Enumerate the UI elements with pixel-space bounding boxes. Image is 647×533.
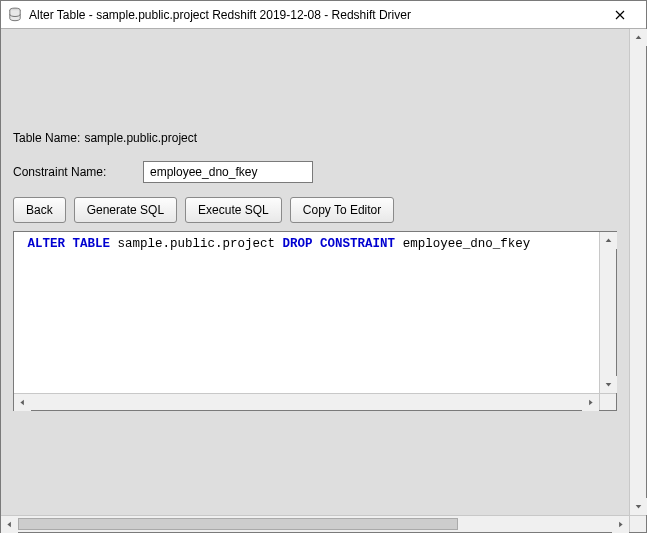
- scroll-down-icon[interactable]: [630, 498, 647, 515]
- close-button[interactable]: [600, 1, 640, 28]
- scroll-up-icon[interactable]: [630, 29, 647, 46]
- outer-horizontal-track[interactable]: [18, 516, 612, 532]
- sql-object: sample.public.project: [118, 237, 276, 251]
- sql-keyword-alter-table: ALTER TABLE: [28, 237, 111, 251]
- button-row: Back Generate SQL Execute SQL Copy To Ed…: [13, 197, 617, 223]
- scroll-left-icon[interactable]: [14, 394, 31, 411]
- table-name-row: Table Name: sample.public.project: [13, 131, 617, 145]
- copy-to-editor-button[interactable]: Copy To Editor: [290, 197, 395, 223]
- back-button[interactable]: Back: [13, 197, 66, 223]
- table-name-label: Table Name:: [13, 131, 80, 145]
- constraint-name-input[interactable]: [143, 161, 313, 183]
- database-icon: [7, 7, 23, 23]
- window-title: Alter Table - sample.public.project Reds…: [29, 8, 600, 22]
- sql-editor[interactable]: ALTER TABLE sample.public.project DROP C…: [13, 231, 617, 411]
- sql-vertical-scrollbar[interactable]: [599, 232, 616, 393]
- generate-sql-button[interactable]: Generate SQL: [74, 197, 177, 223]
- main-area: Table Name: sample.public.project Constr…: [1, 29, 646, 532]
- sql-keyword-drop-constraint: DROP CONSTRAINT: [283, 237, 396, 251]
- sql-constraint-name: employee_dno_fkey: [403, 237, 531, 251]
- constraint-name-label: Constraint Name:: [13, 165, 143, 179]
- scroll-left-icon[interactable]: [1, 516, 18, 533]
- outer-scroll-corner: [629, 515, 646, 532]
- scroll-right-icon[interactable]: [582, 394, 599, 411]
- constraint-name-row: Constraint Name:: [13, 161, 617, 183]
- window: Alter Table - sample.public.project Reds…: [0, 0, 647, 533]
- execute-sql-button[interactable]: Execute SQL: [185, 197, 282, 223]
- sql-scroll-corner: [599, 393, 616, 410]
- table-name-value: sample.public.project: [84, 131, 197, 145]
- content-panel: Table Name: sample.public.project Constr…: [1, 29, 629, 515]
- scroll-down-icon[interactable]: [600, 376, 617, 393]
- outer-horizontal-scrollbar[interactable]: [1, 515, 629, 532]
- sql-text[interactable]: ALTER TABLE sample.public.project DROP C…: [14, 232, 599, 393]
- sql-horizontal-scrollbar[interactable]: [14, 393, 599, 410]
- scroll-up-icon[interactable]: [600, 232, 617, 249]
- outer-horizontal-thumb[interactable]: [18, 518, 458, 530]
- scroll-right-icon[interactable]: [612, 516, 629, 533]
- titlebar: Alter Table - sample.public.project Reds…: [1, 1, 646, 29]
- outer-vertical-scrollbar[interactable]: [629, 29, 646, 515]
